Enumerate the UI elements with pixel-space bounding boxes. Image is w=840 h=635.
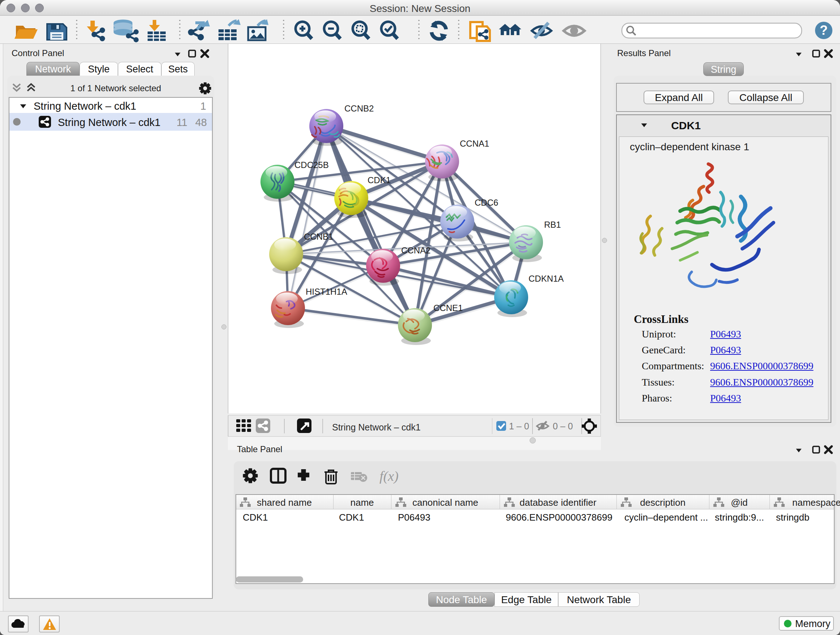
svg-text:CCNE1: CCNE1 xyxy=(433,303,463,313)
svg-text:0 – 0: 0 – 0 xyxy=(553,421,573,431)
svg-text:HIST1H1A: HIST1H1A xyxy=(306,287,347,296)
svg-text:?: ? xyxy=(820,23,828,38)
svg-text:f(x): f(x) xyxy=(379,469,399,484)
svg-text:CDKN1A: CDKN1A xyxy=(529,274,564,283)
svg-text:CDC6: CDC6 xyxy=(475,198,498,207)
svg-text:CCNA2: CCNA2 xyxy=(401,245,431,255)
svg-text:CCNA1: CCNA1 xyxy=(460,139,489,149)
svg-text:CDC25B: CDC25B xyxy=(294,160,329,170)
svg-text:CDK1: CDK1 xyxy=(368,175,391,185)
svg-text:CCNB2: CCNB2 xyxy=(344,103,374,113)
svg-text:1 – 0: 1 – 0 xyxy=(509,421,529,431)
svg-text:CCNB1: CCNB1 xyxy=(304,232,333,241)
svg-text:RB1: RB1 xyxy=(544,220,561,230)
